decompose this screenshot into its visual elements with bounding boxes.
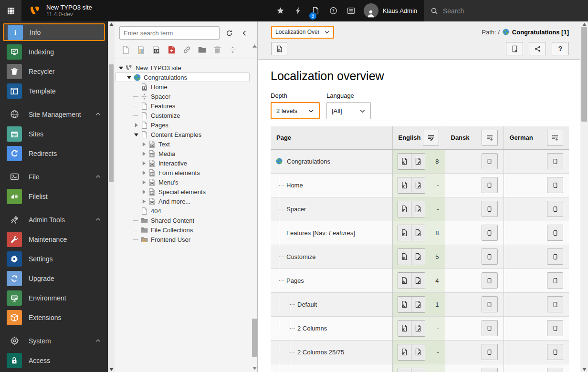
- tree-node-media[interactable]: Media: [115, 149, 250, 158]
- translate-checkbox-dansk[interactable]: [482, 248, 498, 265]
- opened-documents-button[interactable]: 3: [307, 0, 325, 21]
- edit-language-records-button-english[interactable]: [423, 130, 439, 146]
- tree-node-new-typo3-site[interactable]: New TYPO3 site: [115, 63, 250, 72]
- view-webpage-button[interactable]: [271, 42, 287, 55]
- new-shortcut-icon[interactable]: [152, 45, 161, 54]
- modulemenu-toggle-button[interactable]: [0, 0, 21, 21]
- view-page-button[interactable]: [398, 225, 411, 241]
- scroll-down-arrow-icon[interactable]: [580, 366, 588, 372]
- create-translation-headers-button-dansk[interactable]: [482, 130, 498, 146]
- module-item-access[interactable]: Access: [3, 351, 105, 369]
- tree-refresh-button[interactable]: [223, 27, 235, 39]
- module-help-button[interactable]: ?: [552, 42, 569, 55]
- view-page-button[interactable]: [398, 248, 411, 265]
- bookmark-button[interactable]: [272, 0, 289, 21]
- share-button[interactable]: [529, 42, 546, 55]
- new-folder-icon[interactable]: [198, 45, 207, 54]
- edit-page-button[interactable]: [411, 177, 425, 194]
- tree-node-shared-content[interactable]: Shared Content: [115, 216, 250, 225]
- view-page-button[interactable]: [398, 177, 411, 194]
- system-information-button[interactable]: [342, 0, 360, 21]
- translate-checkbox-dansk[interactable]: [482, 177, 498, 193]
- create-translation-headers-button-german[interactable]: [547, 130, 563, 146]
- expand-arrow-icon[interactable]: [140, 160, 147, 166]
- depth-select[interactable]: 2 levels: [271, 102, 320, 119]
- translate-checkbox-dansk[interactable]: [482, 296, 498, 312]
- tree-node-special-elements[interactable]: Special elements: [115, 187, 250, 196]
- scrollbar-thumb[interactable]: [581, 27, 587, 122]
- tree-node-404[interactable]: 404: [115, 206, 250, 216]
- new-link-icon[interactable]: [182, 45, 191, 54]
- content-scrollbar[interactable]: [580, 21, 588, 372]
- view-page-button[interactable]: [398, 368, 411, 372]
- module-item-recycler[interactable]: Recycler: [3, 62, 105, 80]
- scroll-up-arrow-icon[interactable]: [580, 21, 588, 27]
- tree-node-menu-s[interactable]: Menu's: [115, 177, 250, 187]
- module-item-upgrade[interactable]: Upgrade: [3, 269, 105, 287]
- scroll-down-arrow-icon[interactable]: [251, 365, 258, 371]
- translate-checkbox-german[interactable]: [547, 225, 563, 241]
- expand-arrow-icon[interactable]: [140, 141, 147, 147]
- module-item-environment[interactable]: Environment: [3, 289, 105, 307]
- module-group-site-management[interactable]: Site Management: [3, 105, 105, 123]
- edit-page-button[interactable]: [411, 153, 425, 170]
- translate-checkbox-german[interactable]: [547, 272, 563, 289]
- scroll-up-arrow-icon[interactable]: [108, 21, 115, 27]
- module-item-info[interactable]: iInfo: [3, 23, 105, 41]
- translate-checkbox-german[interactable]: [547, 201, 563, 217]
- edit-page-button[interactable]: [411, 272, 425, 289]
- view-page-button[interactable]: [398, 153, 411, 170]
- clear-cache-button[interactable]: [289, 0, 307, 21]
- scroll-down-arrow-icon[interactable]: [108, 366, 115, 372]
- tree-node-form-elements[interactable]: Form elements: [115, 168, 250, 177]
- expand-arrow-icon[interactable]: [140, 169, 147, 176]
- tree-node-content-examples[interactable]: Content Examples: [115, 130, 250, 139]
- tree-node-spacer[interactable]: Spacer: [115, 92, 250, 101]
- tree-node-features[interactable]: Features: [115, 101, 250, 111]
- tree-node-customize[interactable]: Customize: [115, 111, 250, 120]
- edit-page-button[interactable]: [411, 368, 425, 372]
- edit-page-button[interactable]: [411, 225, 425, 241]
- tree-node-and-more[interactable]: And more...: [115, 196, 250, 206]
- edit-page-button[interactable]: [411, 201, 425, 217]
- expand-arrow-icon[interactable]: [140, 179, 147, 186]
- user-menu-button[interactable]: Klaus Admin: [360, 3, 424, 18]
- view-page-button[interactable]: [398, 320, 411, 337]
- tree-node-interactive[interactable]: Interactive: [115, 158, 250, 168]
- tree-node-frontend-user[interactable]: Frontend User: [115, 235, 250, 244]
- new-page-backend-section-icon[interactable]: [136, 45, 146, 54]
- expand-arrow-icon[interactable]: [133, 122, 139, 128]
- tree-node-text[interactable]: Text: [115, 139, 250, 149]
- brand[interactable]: New TYPO3 site 11.4.0-dev: [21, 4, 92, 18]
- translate-checkbox-dansk[interactable]: [482, 225, 498, 241]
- scroll-up-arrow-icon[interactable]: [251, 43, 258, 49]
- edit-page-button[interactable]: [411, 296, 425, 313]
- tree-node-pages[interactable]: Pages: [115, 120, 250, 130]
- module-item-sites[interactable]: Sites: [3, 125, 105, 143]
- collapse-arrow-icon[interactable]: [126, 74, 132, 81]
- module-group-admin-tools[interactable]: Admin Tools: [3, 211, 105, 228]
- module-group-system[interactable]: System: [3, 332, 105, 350]
- edit-page-button[interactable]: [411, 320, 425, 337]
- expand-arrow-icon[interactable]: [140, 188, 147, 195]
- language-select[interactable]: [All]: [326, 102, 371, 119]
- new-spacer-icon[interactable]: [228, 45, 237, 54]
- module-item-extensions[interactable]: Extensions: [3, 309, 105, 326]
- view-page-button[interactable]: [398, 344, 411, 361]
- translate-checkbox-dansk[interactable]: [482, 153, 498, 169]
- tree-node-home[interactable]: Home: [115, 82, 250, 92]
- module-item-indexing[interactable]: Indexing: [3, 43, 105, 61]
- help-button[interactable]: ?: [325, 0, 342, 21]
- translate-checkbox-dansk[interactable]: [482, 201, 498, 217]
- tree-collapse-button[interactable]: [239, 27, 250, 39]
- module-item-settings[interactable]: Settings: [3, 250, 105, 268]
- translate-checkbox-dansk[interactable]: [482, 368, 498, 372]
- edit-page-button[interactable]: [411, 344, 425, 361]
- translate-checkbox-dansk[interactable]: [482, 344, 498, 360]
- tree-scrollbar[interactable]: [251, 43, 258, 372]
- translate-checkbox-german[interactable]: [547, 320, 563, 336]
- translate-checkbox-german[interactable]: [547, 368, 563, 372]
- modulemenu-scrollbar[interactable]: [108, 21, 115, 372]
- search-input[interactable]: [443, 7, 557, 15]
- translate-checkbox-german[interactable]: [547, 153, 563, 169]
